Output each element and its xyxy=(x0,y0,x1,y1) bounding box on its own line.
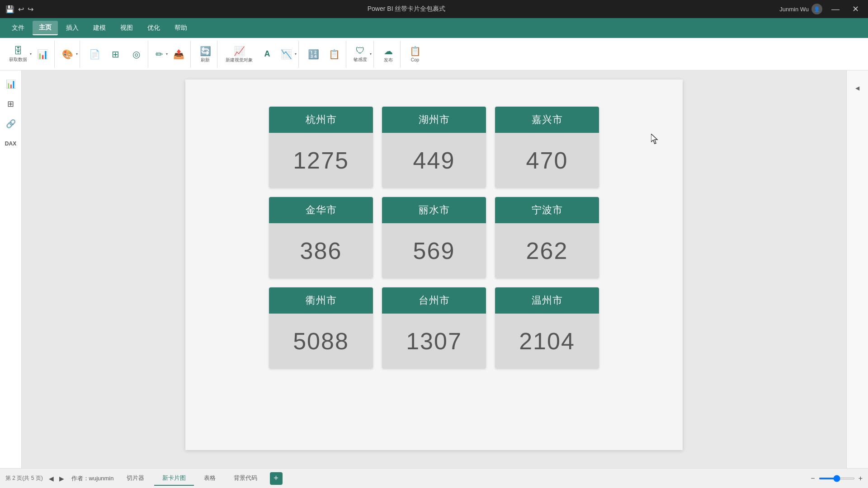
undo-icon[interactable]: ↩ xyxy=(18,5,24,14)
refresh-icon: 🔄 xyxy=(200,46,211,56)
card-taizhou-value: 1307 xyxy=(406,328,462,355)
sidebar-dax-icon[interactable]: DAX xyxy=(3,136,19,152)
sensitivity-button[interactable]: 🛡 敏感度 xyxy=(351,41,370,68)
calc-table-button[interactable]: 📋 xyxy=(324,41,344,68)
card-jiaxing-title: 嘉兴市 xyxy=(495,107,599,133)
right-panel: ◀ xyxy=(846,70,868,468)
sidebar-table-icon[interactable]: ⊞ xyxy=(3,96,19,112)
more-visual-dropdown[interactable]: ▾ xyxy=(295,52,297,56)
menu-optimize[interactable]: 优化 xyxy=(141,21,166,35)
minimize-button[interactable]: — xyxy=(828,4,843,15)
add-tab-button[interactable]: + xyxy=(270,472,283,485)
author-label: 作者：wujunmin xyxy=(71,474,114,483)
user-name: Junmin Wu xyxy=(779,6,809,13)
title-bar: 💾 ↩ ↪ Power BI 丝带卡片全包裹式 Junmin Wu 👤 — ✕ xyxy=(0,0,868,18)
sensitivity-dropdown[interactable]: ▾ xyxy=(370,52,372,56)
canvas-area[interactable]: 杭州市 1275 湖州市 449 嘉兴市 470 xyxy=(22,70,846,468)
ribbon-group-refresh: 🔄 刷新 xyxy=(193,41,217,68)
refresh-button[interactable]: 🔄 刷新 xyxy=(195,41,215,68)
menu-home[interactable]: 主页 xyxy=(33,21,58,35)
zoom-plus-button[interactable]: + xyxy=(859,474,863,483)
report-icon: 📄 xyxy=(89,49,100,60)
nav-prev-button[interactable]: ◀ xyxy=(47,474,56,483)
user-info[interactable]: Junmin Wu 👤 xyxy=(779,4,822,14)
left-sidebar: 📊 ⊞ 🔗 DAX xyxy=(0,70,22,468)
canvas-inner: 杭州市 1275 湖州市 449 嘉兴市 470 xyxy=(185,80,683,450)
card-wenzhou: 温州市 2104 xyxy=(495,287,599,369)
get-data-button[interactable]: 🗄 获取数据 xyxy=(6,41,30,68)
more-visual-group: 📉 ▾ xyxy=(278,41,297,68)
ribbon-group-publish: ☁ 发布 xyxy=(377,41,401,68)
zoom-slider[interactable] xyxy=(819,478,855,479)
get-data-dropdown[interactable]: ▾ xyxy=(30,52,32,56)
tab-new-card[interactable]: 新卡片图 xyxy=(154,471,194,486)
ribbon-group-report: 📄 ⊞ ◎ xyxy=(83,41,148,68)
tab-slicer[interactable]: 切片器 xyxy=(118,471,152,486)
save-icon[interactable]: 💾 xyxy=(5,5,14,14)
tab-bg-code[interactable]: 背景代码 xyxy=(226,471,265,486)
card-jinhua: 金华市 386 xyxy=(269,197,373,278)
target-button[interactable]: ◎ xyxy=(126,41,146,68)
more-visual-icon: 📉 xyxy=(281,49,292,60)
edit-button[interactable]: ✏ xyxy=(153,41,166,68)
edit-icon: ✏ xyxy=(156,49,163,60)
tab-table[interactable]: 表格 xyxy=(196,471,224,486)
export-button[interactable]: 📤 xyxy=(169,41,189,68)
ribbon-group-calc: 🔢 📋 xyxy=(302,41,346,68)
theme-group: 🎨 ▾ xyxy=(59,41,78,68)
card-quzhou-title: 衢州市 xyxy=(269,287,373,314)
card-ningbo-body: 262 xyxy=(495,223,599,278)
ribbon-group-cop: 📋 Cop xyxy=(403,41,427,68)
excel-icon: 📊 xyxy=(37,49,48,60)
card-jiaxing-value: 470 xyxy=(526,147,568,174)
theme-button[interactable]: 🎨 xyxy=(59,41,76,68)
table-view-button[interactable]: ⊞ xyxy=(105,41,125,68)
menu-help[interactable]: 帮助 xyxy=(168,21,193,35)
sidebar-model-icon[interactable]: 🔗 xyxy=(3,116,19,132)
measure-button[interactable]: 🔢 xyxy=(303,41,323,68)
status-bar: 第 2 页(共 5 页) ◀ ▶ 作者：wujunmin 切片器 新卡片图 表格… xyxy=(0,468,868,488)
nav-next-button[interactable]: ▶ xyxy=(57,474,66,483)
card-jinhua-body: 386 xyxy=(269,223,373,278)
card-quzhou-value: 5088 xyxy=(293,328,349,355)
excel-button[interactable]: 📊 xyxy=(33,41,52,68)
report-button[interactable]: 📄 xyxy=(85,41,104,68)
sidebar-report-icon[interactable]: 📊 xyxy=(3,76,19,92)
cop-button[interactable]: 📋 Cop xyxy=(405,41,425,68)
card-wenzhou-title: 温州市 xyxy=(495,287,599,314)
publish-button[interactable]: ☁ 发布 xyxy=(378,41,398,68)
ribbon-group-data: 🗄 获取数据 ▾ 📊 xyxy=(5,41,55,68)
menu-file[interactable]: 文件 xyxy=(5,21,31,35)
card-ningbo-value: 262 xyxy=(526,237,568,264)
database-icon: 🗄 xyxy=(14,46,23,56)
get-data-group: 🗄 获取数据 ▾ xyxy=(6,41,32,68)
titlebar-left: 💾 ↩ ↪ xyxy=(5,5,33,14)
ribbon-group-theme: 🎨 ▾ xyxy=(57,41,80,68)
panel-collapse[interactable]: ◀ xyxy=(854,76,861,91)
edit-dropdown[interactable]: ▾ xyxy=(166,52,168,56)
theme-dropdown[interactable]: ▾ xyxy=(76,52,78,56)
new-visual-icon: 📈 xyxy=(234,46,245,56)
table-icon: ⊞ xyxy=(112,49,119,60)
cop-label: Cop xyxy=(411,57,419,63)
get-data-label: 获取数据 xyxy=(9,57,27,62)
zoom-control: − + xyxy=(811,474,863,483)
card-huzhou-value: 449 xyxy=(413,147,455,174)
ribbon-group-edit: ✏ ▾ 📤 xyxy=(151,41,191,68)
menu-insert[interactable]: 插入 xyxy=(60,21,85,35)
redo-icon[interactable]: ↪ xyxy=(28,5,33,14)
zoom-minus-button[interactable]: − xyxy=(811,474,815,483)
textbox-icon: A xyxy=(264,49,270,59)
menu-view[interactable]: 视图 xyxy=(114,21,139,35)
menu-bar: 文件 主页 插入 建模 视图 优化 帮助 xyxy=(0,18,868,38)
menu-model[interactable]: 建模 xyxy=(87,21,112,35)
ribbon-group-security: 🛡 敏感度 ▾ xyxy=(349,41,374,68)
textbox-button[interactable]: A xyxy=(257,41,277,68)
edit-group: ✏ ▾ xyxy=(153,41,168,68)
theme-icon: 🎨 xyxy=(62,49,73,60)
new-visual-button[interactable]: 📈 新建视觉对象 xyxy=(222,41,256,68)
more-visual-button[interactable]: 📉 xyxy=(278,41,295,68)
card-lishui: 丽水市 569 xyxy=(382,197,486,278)
close-button[interactable]: ✕ xyxy=(849,3,863,15)
card-taizhou: 台州市 1307 xyxy=(382,287,486,369)
